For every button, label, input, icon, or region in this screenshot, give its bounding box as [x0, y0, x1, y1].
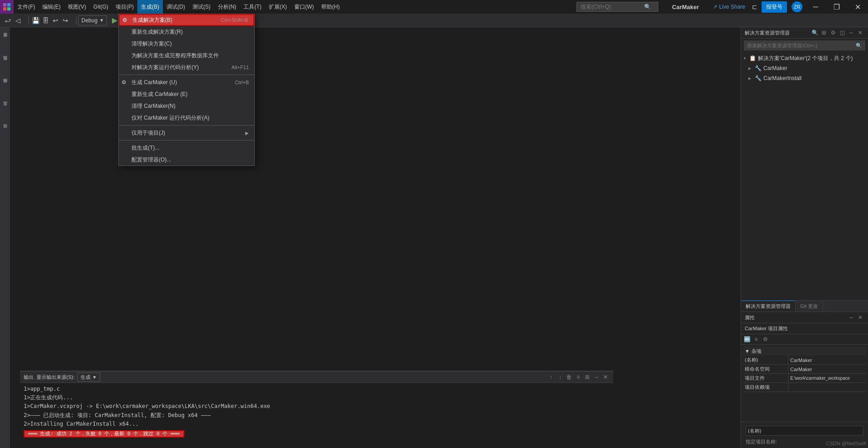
menu-test[interactable]: 测试(S) — [189, 0, 214, 14]
toolbar-sep-1 — [28, 16, 29, 25]
tree-root[interactable]: ▼ 📋 解决方案'CarMaker'(2 个项目，共 2 个) — [741, 53, 868, 63]
tree-carmaker[interactable]: ▶ 🔧 CarMaker — [741, 63, 868, 73]
toolbar-save-all[interactable]: 🗄 — [40, 15, 50, 25]
properties-header: 属性 ─ ✕ — [741, 312, 868, 323]
menu-edit[interactable]: 编辑(E) — [39, 0, 64, 14]
toolbar-dropdown-arrow[interactable]: ▼ — [130, 15, 140, 25]
restore-button[interactable]: ❐ — [826, 0, 847, 14]
activity-class-view[interactable]: 类视图 — [0, 52, 10, 75]
activity-solution-explorer[interactable]: 解决方案 — [0, 29, 10, 52]
menu-project[interactable]: 项目(P) — [112, 0, 137, 14]
output-summary-line: ═══ 生成: 成功 2 个，失败 0 个，最新 0 个，跳过 0 个 ═══ — [24, 430, 610, 438]
menu-help[interactable]: 帮助(H) — [318, 0, 343, 14]
props-toolbar: 🔤 ≡ ⚙ — [741, 334, 868, 345]
props-key-name: (名称) — [743, 356, 788, 364]
menu-window[interactable]: 窗口(W) — [291, 0, 318, 14]
global-search-box[interactable]: 🔍 — [576, 2, 658, 12]
solution-search-box[interactable]: 🔍 — [744, 40, 865, 50]
svg-rect-3 — [7, 7, 10, 10]
se-icon-1[interactable]: 🔍 — [811, 29, 819, 37]
props-sort-alpha[interactable]: 🔤 — [743, 335, 751, 343]
toolbar-btn-1[interactable]: ⮐ — [3, 15, 13, 25]
props-content: ▼ 杂项 (名称) CarMaker 根命名空间 CarMaker 项目文件 E… — [741, 345, 868, 422]
toolbar-redo[interactable]: ↪ — [61, 15, 71, 25]
props-close[interactable]: ✕ — [856, 313, 864, 322]
output-content: 1>app_tmp.c 1>正在生成代码... 1>CarMaker.vcxpr… — [20, 383, 613, 448]
menu-analyze[interactable]: 分析(N) — [214, 0, 240, 14]
tab-git-changes[interactable]: Git 更改 — [796, 301, 823, 312]
toolbar-run[interactable]: ▶ — [110, 15, 120, 25]
props-pin[interactable]: ─ — [847, 313, 855, 322]
menu-debug[interactable]: 调试(D) — [163, 0, 189, 14]
output-header-left: 输出 显示输出来源(S): 生成 ▼ — [24, 372, 100, 382]
signin-button[interactable]: 报登号 — [762, 1, 787, 13]
props-header-icons: ─ ✕ — [847, 313, 864, 322]
activity-error-list[interactable]: 错误列表 — [0, 75, 10, 97]
tree-carmakerinstall[interactable]: ▶ 🔧 CarMakerInstall — [741, 73, 868, 83]
menu-file[interactable]: 文件(F) — [14, 0, 39, 14]
props-sort-category[interactable]: ≡ — [752, 335, 760, 343]
share-icon-btn[interactable]: ⊏ — [750, 2, 760, 12]
toolbar-undo-group: ⮐ ◁ — [3, 15, 23, 25]
panel-tabs: 解决方案资源管理器 Git 更改 — [741, 300, 868, 312]
user-avatar[interactable]: ZR — [792, 1, 802, 12]
project-icon-2: 🔧 — [755, 75, 762, 81]
tab-solution-explorer[interactable]: 解决方案资源管理器 — [741, 301, 796, 312]
right-panel: 解决方案资源管理器 🔍 ⊞ ⚙ ◫ ─ ✕ 🔍 ▼ 📋 解决方案'CarMake… — [741, 27, 868, 448]
solution-explorer-header: 解决方案资源管理器 🔍 ⊞ ⚙ ◫ ─ ✕ — [741, 27, 868, 39]
solution-tree: ▼ 📋 解决方案'CarMaker'(2 个项目，共 2 个) ▶ 🔧 CarM… — [741, 52, 868, 300]
output-copy[interactable]: ⊞ — [583, 373, 591, 381]
svg-rect-2 — [3, 7, 6, 10]
properties-panel: 属性 ─ ✕ CarMaker 项目属性 🔤 ≡ ⚙ ▼ 杂项 (名称) — [741, 312, 868, 448]
output-line-5: 2>Installing CarMakerInstall x64... — [24, 420, 610, 428]
se-icon-3[interactable]: ⚙ — [829, 29, 837, 37]
minimize-button[interactable]: ─ — [805, 0, 826, 14]
project-icon-1: 🔧 — [755, 65, 762, 71]
menu-bar: 文件(F) 编辑(E) 视图(V) Git(G) 项目(P) 生成(B) 调试(… — [14, 0, 572, 14]
activity-properties[interactable]: 属性 — [0, 120, 10, 143]
close-button[interactable]: ✕ — [847, 0, 868, 14]
output-panel: 输出 显示输出来源(S): 生成 ▼ ↑ ↓ 🗑 ≡ ⊞ ─ ✕ — [20, 371, 613, 448]
props-section-misc[interactable]: ▼ 杂项 — [743, 347, 866, 356]
output-line-4: 2>——— 已启动生成: 项目: CarMakerInstall, 配置: De… — [24, 411, 610, 420]
tree-root-arrow: ▼ — [743, 56, 749, 60]
output-word-wrap[interactable]: ≡ — [574, 373, 582, 381]
menu-tools[interactable]: 工具(T) — [240, 0, 265, 14]
solution-search-icon: 🔍 — [856, 43, 862, 49]
output-clear[interactable]: 🗑 — [565, 373, 573, 381]
toolbar-save[interactable]: 💾 — [30, 15, 40, 25]
global-search-input[interactable] — [580, 4, 644, 10]
se-icon-4[interactable]: ◫ — [838, 29, 846, 37]
activity-toolbox[interactable]: 工具箱 — [0, 97, 10, 120]
menu-build[interactable]: 生成(B) — [137, 0, 163, 14]
solution-search-input[interactable] — [747, 43, 856, 48]
output-nav-next[interactable]: ↓ — [556, 373, 564, 381]
menu-view[interactable]: 视图(V) — [64, 0, 90, 14]
output-close[interactable]: ✕ — [601, 373, 610, 381]
se-icon-6[interactable]: ✕ — [856, 29, 864, 37]
svg-rect-1 — [7, 3, 10, 6]
props-val-namespace: CarMaker — [788, 365, 866, 373]
props-section-label: 杂项 — [752, 348, 762, 355]
se-icon-5[interactable]: ─ — [847, 29, 855, 37]
menu-extensions[interactable]: 扩展(X) — [265, 0, 291, 14]
window-controls: ─ ❐ ✕ — [805, 0, 868, 14]
title-bar-right: ↗ Live Share ⊏ 报登号 ZR ─ ❐ ✕ — [708, 0, 868, 14]
toolbar-btn-2[interactable]: ◁ — [13, 15, 23, 25]
solution-explorer-icons: 🔍 ⊞ ⚙ ◫ ─ ✕ — [811, 29, 864, 37]
toolbar: ⮐ ◁ 💾 🗄 ↩ ↪ Debug ▼ ▶ 📷 ▼ — [0, 14, 868, 27]
output-nav-prev[interactable]: ↑ — [547, 373, 555, 381]
output-pin[interactable]: ─ — [592, 373, 601, 381]
live-share-icon: ↗ — [713, 4, 717, 10]
debug-config-dropdown[interactable]: Debug ▼ — [78, 15, 107, 25]
live-share-button[interactable]: ↗ Live Share — [708, 0, 750, 14]
se-icon-2[interactable]: ⊞ — [820, 29, 828, 37]
toolbar-undo[interactable]: ↩ — [50, 15, 61, 25]
props-btn-3[interactable]: ⚙ — [761, 335, 769, 343]
output-source-dropdown[interactable]: 生成 ▼ — [77, 372, 100, 382]
props-key-file: 项目文件 — [743, 374, 788, 383]
toolbar-camera[interactable]: 📷 — [120, 15, 130, 25]
props-val-file: E:\work\carmaker_workspace — [788, 374, 866, 383]
output-header-right: ↑ ↓ 🗑 ≡ ⊞ ─ ✕ — [547, 373, 610, 381]
menu-git[interactable]: Git(G) — [90, 0, 112, 14]
